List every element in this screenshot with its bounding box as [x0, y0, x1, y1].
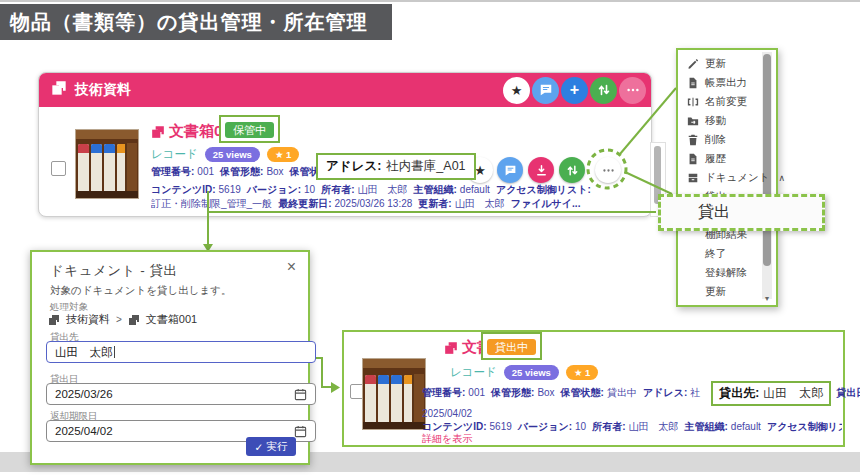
views-badge: 25 views — [205, 147, 260, 162]
loan-date-input[interactable]: 2025/03/26 — [46, 383, 316, 405]
breadcrumb-parent[interactable]: 技術資料 — [66, 312, 110, 327]
row-comment-button[interactable] — [497, 157, 523, 183]
menu-item-report-output[interactable]: 帳票出力 — [678, 73, 776, 92]
loanee-callout: 貸出先: 山田 太郎 — [711, 381, 831, 406]
top-hairline — [0, 0, 860, 2]
row-more-button[interactable] — [595, 157, 621, 183]
loan-menu-callout[interactable]: 貸出 — [658, 194, 825, 231]
more-icon — [626, 83, 640, 97]
menu-item-history[interactable]: 履歴 — [678, 149, 776, 168]
library-title: 技術資料 — [75, 81, 131, 99]
record-meta-line3: 訂正・削除制限_管理_一般最終更新日:2025/03/26 13:28更新者:山… — [151, 197, 631, 210]
favorite-star-button[interactable]: ★ — [503, 77, 530, 104]
context-menu: 更新 帳票出力 名前変更 移動 削除 履歴 ドキュメント ∧ 貸出 棚卸予定 — [676, 48, 778, 307]
arrow-right-icon — [331, 382, 340, 393]
loanee-input[interactable]: 山田 太郎 — [46, 341, 316, 363]
pencil-icon — [687, 58, 699, 70]
record-meta-wrap: 2025/04/02 — [422, 407, 842, 420]
menu-item-document[interactable]: ドキュメント ∧ — [678, 168, 776, 187]
download-icon — [535, 164, 548, 177]
sort-icon — [597, 83, 611, 97]
history-icon — [687, 153, 699, 165]
breadcrumb-separator: > — [116, 314, 122, 325]
views-badge: 25 views — [504, 365, 559, 380]
calendar-icon[interactable] — [294, 425, 307, 438]
record-meta-line1: 管理番号:001保管形態:Box保管状態:保管中 — [151, 165, 321, 178]
library-header: 技術資料 ★ + — [39, 73, 651, 107]
library-icon — [51, 80, 67, 100]
add-button[interactable]: + — [561, 77, 588, 104]
address-label: アドレス: — [326, 158, 381, 175]
status-badge-annotation: 貸出中 — [481, 332, 542, 360]
scroll-down-icon[interactable]: ▾ — [762, 294, 772, 303]
page-title: 物品（書類等）の貸出管理・所在管理 — [10, 11, 367, 33]
record-badges: レコード 25 views ★ 1 — [151, 147, 299, 162]
library-actions: ★ + — [503, 77, 646, 104]
address-value: 社内書庫_A01 — [386, 158, 465, 175]
loan-menu-callout-label: 貸出 — [698, 202, 730, 223]
loan-dialog: ドキュメント - 貸出 × 対象のドキュメントを貸し出します。 処理対象 技術資… — [30, 250, 310, 465]
page-title-bar: 物品（書類等）の貸出管理・所在管理 — [0, 4, 392, 40]
menu-item-delete[interactable]: 削除 — [678, 130, 776, 149]
menu-item-update[interactable]: 更新 — [678, 54, 776, 73]
row-sort-button[interactable] — [559, 157, 585, 183]
check-icon: ✓ — [255, 441, 264, 453]
comment-icon — [504, 164, 517, 177]
library-more-button[interactable] — [619, 77, 646, 104]
chevron-up-icon: ∧ — [778, 173, 785, 183]
record-checkbox[interactable] — [51, 161, 66, 176]
record-book-icon — [151, 125, 165, 139]
loanee-value: 山田 太郎 — [763, 385, 823, 402]
sort-icon — [566, 164, 579, 177]
trash-icon — [687, 134, 699, 146]
loanee-label: 貸出先: — [719, 385, 759, 402]
screenshot-root: 物品（書類等）の貸出管理・所在管理 技術資料 ★ + — [0, 0, 860, 475]
record-meta-line2: コンテンツID:5619バージョン:10所有者:山田 太郎主管組織:defaul… — [151, 183, 631, 196]
breadcrumb-child[interactable]: 文書箱001 — [146, 312, 197, 327]
library-card: 技術資料 ★ + — [38, 72, 652, 217]
status-badge-annotation: 保管中 — [219, 115, 280, 143]
dialog-description: 対象のドキュメントを貸し出します。 — [50, 284, 231, 298]
star-count-badge: ★ 1 — [566, 365, 598, 380]
status-badge-loaned: 貸出中 — [487, 339, 536, 355]
rename-icon — [687, 96, 699, 108]
submenu-item-unregister[interactable]: 登録解除 — [678, 263, 776, 282]
record-thumbnail[interactable] — [75, 129, 139, 199]
menu-item-rename[interactable]: 名前変更 — [678, 92, 776, 111]
menu-item-move[interactable]: 移動 — [678, 111, 776, 130]
record-book-icon — [444, 341, 458, 355]
comment-button[interactable] — [532, 77, 559, 104]
record-badges: レコード 25 views ★ 1 — [450, 365, 598, 380]
details-link[interactable]: 詳細を表示 — [422, 432, 472, 446]
record-meta-line1: 管理番号:001保管形態:Box保管状態:貸出中アドレス:社 貸出先: 山田 太… — [422, 380, 860, 406]
close-icon[interactable]: × — [287, 258, 296, 276]
record-card-loaned: 文書箱001 貸出中 レコード 25 views ★ 1 管理番号:001保管形… — [342, 330, 845, 447]
dialog-title: ドキュメント - 貸出 — [50, 262, 177, 280]
text-caret — [114, 346, 115, 358]
breadcrumb-book-icon — [48, 314, 60, 326]
address-callout: アドレス: 社内書庫_A01 — [316, 153, 476, 180]
breadcrumb-book-icon — [128, 314, 140, 326]
comment-icon — [539, 83, 553, 97]
report-icon — [687, 77, 699, 89]
record-type-label: レコード — [151, 147, 198, 162]
move-folder-icon — [687, 115, 699, 127]
row-download-button[interactable] — [528, 157, 554, 183]
status-badge-stored: 保管中 — [225, 122, 274, 138]
calendar-icon[interactable] — [294, 388, 307, 401]
breadcrumb: 技術資料 > 文書箱001 — [48, 312, 197, 327]
submenu-item-finish[interactable]: 終了 — [678, 244, 776, 263]
record-thumbnail[interactable] — [362, 358, 426, 430]
sort-button[interactable] — [590, 77, 617, 104]
archive-icon — [687, 172, 699, 184]
record-meta-line2: コンテンツID:5619バージョン:10所有者:山田 太郎主管組織:defaul… — [422, 420, 842, 433]
execute-button[interactable]: ✓ 実行 — [246, 437, 296, 456]
more-icon — [602, 164, 615, 177]
record-type-label: レコード — [450, 365, 497, 380]
star-count-badge: ★ 1 — [267, 147, 299, 162]
